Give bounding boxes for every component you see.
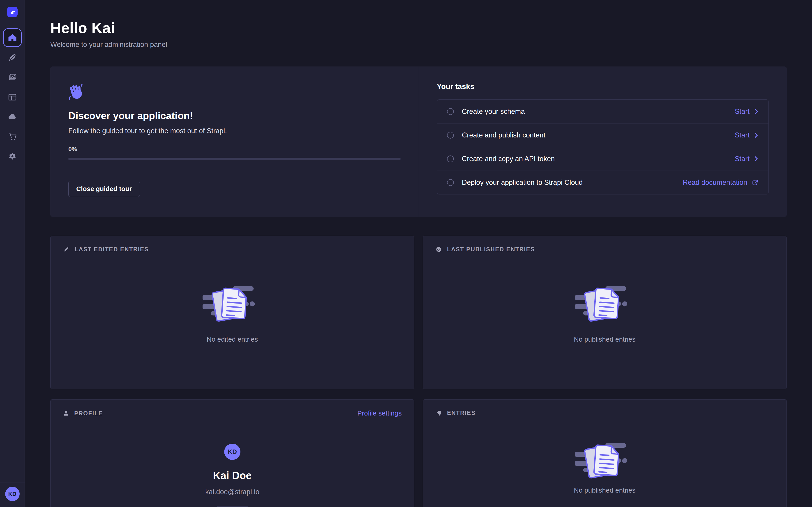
chevron-right-icon — [754, 132, 759, 138]
page-header: Hello Kai Welcome to your administration… — [50, 0, 787, 49]
panel-title: LAST PUBLISHED ENTRIES — [447, 246, 535, 253]
sidebar-item-home[interactable] — [3, 29, 22, 47]
panel-title: ENTRIES — [447, 409, 476, 416]
guided-tour-title: Discover your application! — [68, 110, 401, 121]
page-subtitle: Welcome to your administration panel — [50, 41, 787, 49]
empty-state-text: No published entries — [574, 487, 636, 494]
home-icon — [8, 33, 17, 42]
task-status-circle — [447, 108, 454, 115]
panel-title: PROFILE — [74, 410, 103, 417]
feather-icon — [7, 53, 17, 62]
page-title: Hello Kai — [50, 19, 787, 37]
cloud-icon — [7, 112, 17, 122]
sidebar-item-media-library[interactable] — [3, 68, 22, 87]
panel-header: LAST PUBLISHED ENTRIES — [423, 236, 786, 253]
tour-progress-label: 0% — [68, 146, 401, 153]
guided-tour-description: Follow the guided tour to get the most o… — [68, 127, 401, 135]
task-start-link[interactable]: Start — [735, 108, 759, 116]
external-link-icon — [752, 179, 759, 186]
task-start-link[interactable]: Start — [735, 131, 759, 139]
sidebar: KD — [0, 0, 25, 507]
strapi-logo-icon — [7, 7, 17, 17]
tasks-heading: Your tasks — [437, 82, 769, 91]
task-start-link[interactable]: Start — [735, 155, 759, 163]
panel-title: LAST EDITED ENTRIES — [75, 246, 149, 253]
task-label: Create and copy an API token — [462, 155, 555, 163]
gear-icon — [7, 152, 17, 162]
header-divider — [50, 61, 787, 61]
profile-entries-row: PROFILE Profile settings KD Kai Doe kai.… — [50, 399, 787, 507]
user-icon — [63, 410, 69, 417]
task-row-api-token: Create and copy an API token Start — [437, 147, 769, 171]
profile-body: KD Kai Doe kai.doe@strapi.io — [51, 417, 414, 507]
workspace-logo[interactable] — [0, 0, 24, 24]
task-label: Create and publish content — [462, 131, 546, 139]
tour-progress-bar — [68, 158, 401, 160]
chevron-right-icon — [754, 108, 759, 115]
task-label: Deploy your application to Strapi Cloud — [462, 178, 583, 186]
close-guided-tour-button[interactable]: Close guided tour — [68, 181, 140, 197]
strapi-admin-dashboard: KD Hello Kai Welcome to your administrat… — [0, 0, 812, 507]
profile-role-badge — [214, 506, 251, 507]
images-icon — [7, 72, 17, 82]
profile-avatar: KD — [224, 444, 241, 460]
guided-tour-card: Discover your application! Follow the gu… — [50, 66, 787, 217]
panel-header: ENTRIES — [423, 399, 786, 416]
sidebar-item-content-type-builder[interactable] — [3, 88, 22, 106]
task-status-circle — [447, 132, 454, 138]
empty-state: No edited entries — [51, 253, 414, 343]
documents-illustration-icon — [575, 439, 635, 481]
task-status-circle — [447, 179, 454, 186]
task-label: Create your schema — [462, 108, 525, 116]
empty-state: No published entries — [423, 253, 786, 343]
chevron-right-icon — [754, 156, 759, 162]
entries-card: ENTRIES No published entries — [423, 399, 787, 507]
sidebar-item-content-manager[interactable] — [3, 48, 22, 67]
profile-email: kai.doe@strapi.io — [205, 488, 259, 496]
cart-icon — [7, 132, 17, 142]
panel-header: PROFILE Profile settings — [51, 399, 414, 417]
task-row-deploy-cloud: Deploy your application to Strapi Cloud … — [437, 171, 769, 194]
sidebar-nav — [3, 24, 22, 166]
documents-illustration-icon — [203, 282, 262, 324]
read-documentation-link[interactable]: Read documentation — [683, 178, 759, 186]
sidebar-item-marketplace[interactable] — [3, 127, 22, 146]
entries-cards-row: LAST EDITED ENTRIES No edited entries LA… — [50, 236, 787, 389]
last-edited-entries-card: LAST EDITED ENTRIES No edited entries — [50, 236, 414, 389]
waving-hand-icon — [68, 84, 83, 100]
profile-name: Kai Doe — [213, 469, 252, 482]
sidebar-item-cloud[interactable] — [3, 108, 22, 126]
check-circle-icon — [435, 246, 442, 253]
empty-state-text: No edited entries — [207, 336, 258, 343]
task-row-create-schema: Create your schema Start — [437, 100, 769, 123]
panel-header: LAST EDITED ENTRIES — [51, 236, 414, 253]
empty-state: No published entries — [423, 416, 786, 494]
task-list: Create your schema Start Create and publ… — [437, 99, 769, 194]
puzzle-icon — [435, 410, 442, 416]
sidebar-item-settings[interactable] — [3, 147, 22, 166]
user-avatar[interactable]: KD — [5, 487, 19, 501]
task-row-publish-content: Create and publish content Start — [437, 123, 769, 147]
sidebar-bottom: KD — [0, 482, 24, 507]
profile-card: PROFILE Profile settings KD Kai Doe kai.… — [50, 399, 414, 507]
pencil-icon — [63, 246, 70, 253]
main-content: Hello Kai Welcome to your administration… — [25, 0, 812, 507]
your-tasks-section: Your tasks Create your schema Start — [419, 66, 787, 217]
guided-tour-intro: Discover your application! Follow the gu… — [50, 66, 419, 217]
empty-state-text: No published entries — [574, 336, 636, 343]
profile-settings-link[interactable]: Profile settings — [357, 409, 402, 417]
last-published-entries-card: LAST PUBLISHED ENTRIES No published entr… — [423, 236, 787, 389]
task-status-circle — [447, 156, 454, 162]
layout-icon — [7, 92, 17, 102]
sidebar-divider-bottom — [0, 482, 24, 483]
documents-illustration-icon — [575, 282, 635, 324]
